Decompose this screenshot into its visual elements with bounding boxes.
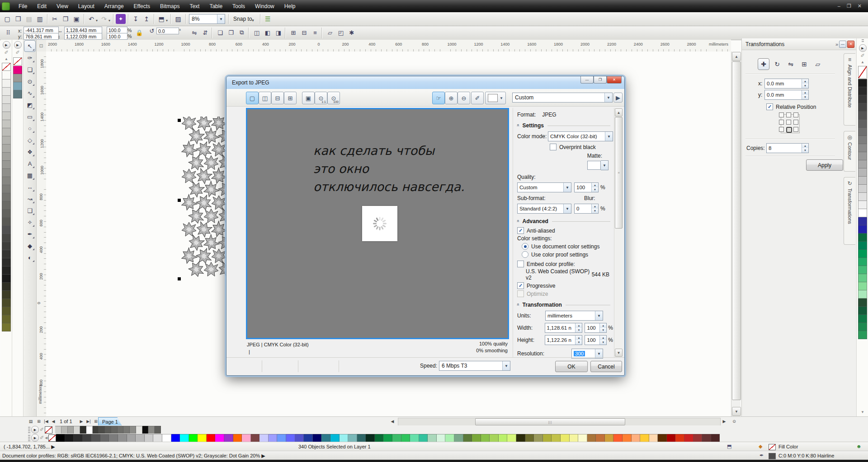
color-swatch[interactable] [233, 434, 242, 442]
anchor-point[interactable] [779, 127, 784, 132]
docker-minimize-button[interactable]: — [839, 41, 846, 48]
menu-edit[interactable]: Edit [32, 1, 52, 11]
add-page-start-button[interactable]: ⊞ [35, 418, 42, 425]
object-x-field[interactable]: -441.317 mm [24, 27, 59, 33]
first-page-button[interactable]: |◀ [42, 418, 50, 425]
color-swatch[interactable] [596, 434, 605, 442]
preset-save-button[interactable]: ▶ [613, 93, 623, 103]
color-swatch[interactable] [56, 434, 65, 442]
snap-to-button[interactable]: Snap to ▼ [231, 15, 258, 23]
color-swatch[interactable] [130, 426, 136, 434]
color-swatch[interactable] [419, 434, 428, 442]
color-swatch[interactable] [2, 291, 11, 299]
color-swatch[interactable] [2, 145, 11, 153]
export-preview-pane[interactable]: как сделать чтобы это окно отключилось н… [246, 108, 509, 339]
menu-bitmaps[interactable]: Bitmaps [155, 1, 184, 11]
to-back-icon[interactable]: ❐ [226, 28, 236, 37]
color-swatch[interactable] [649, 434, 658, 442]
color-swatch[interactable] [136, 426, 142, 434]
scrollbar-thumb[interactable] [732, 61, 741, 400]
color-swatch[interactable] [2, 299, 11, 307]
eyedropper-icon[interactable]: ✐ [40, 435, 44, 441]
color-swatch[interactable] [858, 274, 867, 282]
color-swatch[interactable] [2, 96, 11, 104]
text-tool[interactable]: A [24, 158, 35, 169]
color-swatch[interactable] [2, 218, 11, 226]
eyedropper-icon[interactable]: ✐ [40, 427, 44, 433]
color-swatch[interactable] [2, 120, 11, 128]
previous-page-button[interactable]: ◀ [50, 418, 57, 425]
redo-dropdown-icon[interactable]: ▾ [108, 19, 110, 23]
zoom-tool-icon[interactable]: ⊙ [731, 418, 738, 425]
palette-flyout-button[interactable]: ▶ [14, 41, 22, 49]
color-swatch[interactable] [55, 426, 61, 434]
palette-flyout-button[interactable]: ▶ [31, 434, 39, 442]
overprint-black-checkbox[interactable] [550, 144, 557, 150]
import-icon[interactable]: ↧ [131, 14, 141, 24]
color-swatch[interactable] [858, 168, 867, 177]
color-swatch[interactable] [454, 434, 463, 442]
color-swatch[interactable] [858, 315, 867, 323]
color-swatch[interactable] [858, 217, 867, 225]
paste-icon[interactable]: ▣ [71, 14, 81, 24]
zoom-1to1-icon[interactable]: ⊙1:1 [315, 92, 327, 104]
object-position-grid-icon[interactable]: ⠿ [4, 28, 13, 37]
mirror-horizontal-icon[interactable]: ⇋ [190, 28, 199, 37]
print-icon[interactable]: ▥ [35, 14, 45, 24]
color-swatch[interactable] [13, 82, 22, 90]
color-swatch[interactable] [858, 307, 867, 315]
palette-scroll-down[interactable]: ▼ [857, 410, 868, 415]
color-swatch[interactable] [2, 315, 11, 323]
color-swatch[interactable] [858, 258, 867, 266]
group-icon[interactable]: ⧉ [237, 28, 246, 37]
undo-icon[interactable]: ↶ [86, 14, 96, 24]
color-swatch[interactable] [587, 434, 596, 442]
color-swatch[interactable] [105, 426, 111, 434]
color-swatch[interactable] [858, 87, 867, 95]
palette-scroll-up[interactable]: ▲ [857, 60, 868, 65]
color-swatch[interactable] [858, 193, 867, 201]
new-document-icon[interactable]: ▢ [2, 14, 12, 24]
palette-scroll-up[interactable]: ▲ [1, 57, 12, 62]
zoom-tool[interactable]: ⊙ [24, 76, 35, 87]
page-tab[interactable]: Page 1 [98, 417, 122, 425]
to-front-icon[interactable]: ❏ [216, 28, 225, 37]
color-swatch[interactable] [401, 434, 410, 442]
eyedropper-button[interactable]: ✐ [471, 92, 484, 104]
color-swatch[interactable] [858, 120, 867, 128]
last-page-button[interactable]: ▶| [85, 418, 92, 425]
docker-flyout-icon[interactable]: » [835, 42, 838, 47]
cancel-button[interactable]: Cancel [590, 361, 622, 372]
palette-flyout-button[interactable]: ▶ [31, 426, 39, 434]
preview-two-horizontal-icon[interactable]: ⊟ [271, 92, 284, 104]
transformation-section-header[interactable]: » Transformation [517, 302, 613, 308]
size-icon[interactable]: ⊞ [799, 59, 810, 70]
color-swatch[interactable] [277, 434, 286, 442]
zoom-100-icon[interactable]: ⊙100 [327, 92, 340, 104]
color-swatch[interactable] [65, 434, 74, 442]
panel-scrollbar[interactable]: ▲ ≡ ▼ [614, 108, 622, 357]
color-swatch[interactable] [684, 434, 693, 442]
color-swatch[interactable] [2, 112, 11, 120]
selection-handle[interactable] [178, 199, 181, 202]
color-swatch[interactable] [366, 434, 375, 442]
width-spinner[interactable]: 1,128.61 n ▲▼ [545, 323, 583, 333]
pan-tool-icon[interactable]: ☞ [432, 92, 445, 104]
preview-two-vertical-icon[interactable]: ◫ [259, 92, 271, 104]
anchor-point[interactable] [793, 112, 798, 117]
palette-drag-handle[interactable] [28, 427, 30, 433]
color-swatch[interactable] [153, 434, 162, 442]
scroll-right-button[interactable]: ▶ [721, 418, 728, 425]
docker-x-spinner[interactable]: 0.0 mm▲▼ [764, 79, 809, 89]
freehand-tool[interactable]: ∿ [24, 88, 35, 98]
scroll-up-button[interactable]: ▲ [615, 108, 623, 117]
palette-drag-handle[interactable] [28, 435, 30, 441]
color-swatch[interactable] [127, 434, 136, 442]
copies-spinner[interactable]: 8▲▼ [766, 143, 809, 153]
color-swatch[interactable] [207, 434, 216, 442]
tab-contour[interactable]: ◎Contour [844, 131, 855, 172]
no-color-swatch[interactable] [13, 57, 22, 65]
crop-tool[interactable]: ❏ [24, 64, 35, 75]
chevron-down-icon[interactable]: ▼ [217, 14, 225, 23]
fullscreen-preview-icon[interactable]: ⬒ [156, 14, 166, 24]
